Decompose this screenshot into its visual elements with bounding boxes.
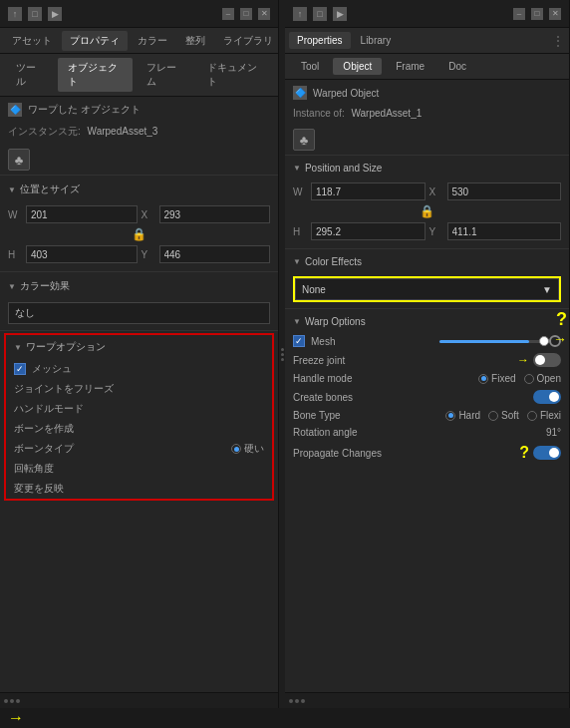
warp-options-arrow-right: ▼ [293, 317, 301, 326]
x-input-left[interactable] [159, 205, 271, 223]
propagate-changes-label-left: 変更を反映 [14, 482, 264, 496]
left-instance-value: WarpedAsset_3 [88, 126, 158, 137]
divider-1-right [285, 155, 569, 156]
left-minimize-btn[interactable]: – [222, 8, 234, 20]
right-frame-icon[interactable]: □ [313, 7, 327, 21]
h-input-left[interactable] [26, 245, 138, 263]
panel-tab-frame-left[interactable]: フレーム [137, 58, 193, 92]
right-close-btn[interactable]: ✕ [549, 8, 561, 20]
color-effects-arrow-right: ▼ [293, 257, 301, 266]
club-btn-right[interactable]: ♣ [293, 129, 315, 151]
w-input-left[interactable] [26, 205, 138, 223]
left-close-btn[interactable]: ✕ [258, 8, 270, 20]
bone-type-soft-right[interactable]: Soft [488, 410, 519, 421]
panel-tab-doc-right[interactable]: Doc [438, 58, 476, 75]
sep-dot-1 [281, 348, 284, 351]
handle-mode-fixed[interactable]: Fixed [478, 373, 515, 384]
panel-tab-tool-right[interactable]: Tool [291, 58, 329, 75]
dot-3-right [301, 699, 305, 703]
tab-align-left[interactable]: 整列 [177, 31, 213, 51]
pos-size-label-right: Position and Size [305, 163, 382, 174]
bone-type-hard-label-left: 硬い [244, 442, 264, 456]
left-object-info: 🔷 ワープした オブジェクト [0, 97, 278, 123]
color-effect-dropdown-left[interactable]: なし [8, 302, 270, 324]
left-play-icon[interactable]: ▶ [48, 7, 62, 21]
color-effects-header-right[interactable]: ▼ Color Effects [285, 251, 569, 272]
color-effects-header-left[interactable]: ▼ カラー効果 [0, 274, 278, 298]
right-upload-icon[interactable]: ↑ [293, 7, 307, 21]
tab-color-left[interactable]: カラー [130, 31, 175, 51]
mesh-label-left: メッシュ [32, 362, 264, 376]
right-play-icon[interactable]: ▶ [333, 7, 347, 21]
pos-size-grid-right: W X 🔒 H Y [285, 179, 569, 246]
x-label-left: X [142, 209, 153, 220]
handle-mode-open-radio [524, 374, 534, 384]
propagate-changes-toggle[interactable] [533, 446, 561, 460]
color-effects-arrow-left: ▼ [8, 282, 16, 291]
w-input-right[interactable] [311, 182, 426, 200]
bone-type-hard-left[interactable]: 硬い [231, 442, 264, 456]
freeze-joint-toggle[interactable] [533, 353, 561, 367]
y-input-left[interactable] [159, 245, 271, 263]
mesh-checkbox-right[interactable]: ✓ [293, 335, 305, 347]
panel-tab-doc-left[interactable]: ドキュメント [197, 58, 272, 92]
pos-size-header-right[interactable]: ▼ Position and Size [285, 158, 569, 179]
handle-mode-label-left: ハンドルモード [14, 402, 264, 416]
left-tab-bar: アセット プロパティ カラー 整列 ライブラリ ⋮ [0, 28, 278, 54]
bone-type-radios-left: 硬い [231, 442, 264, 456]
mesh-slider-container [439, 335, 562, 347]
left-upload-icon[interactable]: ↑ [8, 7, 22, 21]
create-bones-toggle[interactable] [533, 390, 561, 404]
freeze-joint-label-left: ジョイントをフリーズ [14, 382, 264, 396]
club-btn-left[interactable]: ♣ [8, 149, 30, 171]
panel-tab-object-right[interactable]: Object [333, 58, 382, 75]
mesh-circle-btn[interactable] [549, 335, 561, 347]
rotation-angle-row-right: Rotation angle 91° [285, 424, 569, 441]
right-maximize-btn[interactable]: □ [531, 8, 543, 20]
y-input-right[interactable] [447, 222, 562, 240]
color-effect-dropdown-right[interactable]: None ▼ [295, 278, 559, 300]
bone-type-label-left: ボーンタイプ [14, 442, 225, 456]
right-minimize-btn[interactable]: – [513, 8, 525, 20]
bone-type-flexi-radio-right [527, 411, 537, 421]
tab-assets-left[interactable]: アセット [4, 31, 60, 51]
h-input-right[interactable] [311, 222, 426, 240]
handle-mode-open[interactable]: Open [524, 373, 561, 384]
left-bottom-dots [4, 699, 20, 703]
tab-library-left[interactable]: ライブラリ [215, 31, 279, 51]
bone-type-flexi-right[interactable]: Flexi [527, 410, 561, 421]
right-instance-label: Instance of: [293, 108, 345, 119]
pos-size-header-left[interactable]: ▼ 位置とサイズ [0, 178, 278, 201]
tab-properties-left[interactable]: プロパティ [62, 31, 128, 51]
x-input-right[interactable] [447, 182, 562, 200]
color-effects-label-right: Color Effects [305, 256, 362, 267]
tab-menu-icon-right[interactable]: ⋮ [551, 33, 565, 49]
warp-object-icon-right: 🔷 [293, 86, 307, 100]
left-frame-icon[interactable]: □ [28, 7, 42, 21]
left-maximize-btn[interactable]: □ [240, 8, 252, 20]
divider-3-left [0, 330, 278, 331]
panel-tab-object-left[interactable]: オブジェクト [58, 58, 133, 92]
warp-options-label-left: ワープオプション [26, 340, 106, 354]
dot-1-right [289, 699, 293, 703]
bone-type-hard-radio-left [231, 444, 241, 454]
tab-properties-right[interactable]: Properties [289, 32, 351, 49]
handle-mode-radios: Fixed Open [478, 373, 561, 384]
panel-tab-frame-right[interactable]: Frame [386, 58, 434, 75]
mesh-slider-thumb[interactable] [539, 336, 549, 346]
mesh-checkbox-left[interactable]: ✓ [14, 363, 26, 375]
mesh-slider-track[interactable] [439, 340, 546, 343]
mesh-label-right: Mesh [311, 336, 433, 347]
warp-options-header-right[interactable]: ▼ Warp Options [285, 311, 569, 332]
left-instance-row: インスタンス元: WarpedAsset_3 [0, 123, 278, 145]
bone-type-hard-right[interactable]: Hard [445, 410, 480, 421]
handle-mode-fixed-label: Fixed [491, 373, 515, 384]
warp-options-header-left[interactable]: ▼ ワープオプション [6, 335, 272, 359]
panel-tab-tool-left[interactable]: ツール [6, 58, 54, 92]
right-bottom-bar [285, 692, 569, 708]
bone-type-flexi-label-right: Flexi [540, 410, 561, 421]
handle-mode-row-right: Handle mode Fixed Open [285, 370, 569, 387]
tab-library-right[interactable]: Library [353, 32, 400, 49]
color-effect-yellow-highlight: None ▼ [293, 276, 561, 302]
warp-options-highlight-left: ▼ ワープオプション ✓ メッシュ ジョイントをフリーズ ハンドルモード [4, 333, 274, 501]
